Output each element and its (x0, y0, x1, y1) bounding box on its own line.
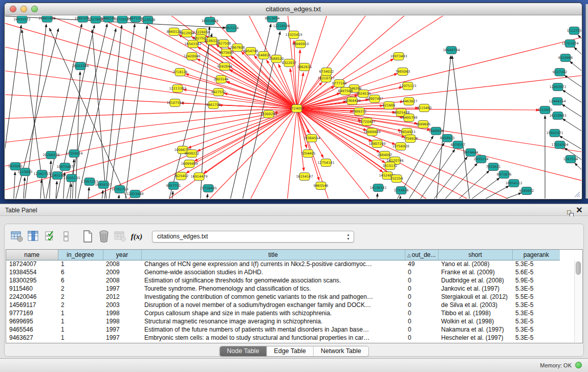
network-node[interactable]: 9115460 (417, 104, 432, 112)
table-cell[interactable]: Investigating the contribution of common… (141, 293, 405, 301)
table-cell[interactable]: 5.5E-5 (512, 293, 560, 301)
table-selector-dropdown[interactable]: citations_edges.txt ▲▼ (152, 231, 354, 243)
table-row[interactable]: 911546021997Tourette syndrome. Phenomeno… (6, 285, 560, 293)
table-cell[interactable]: 0 (405, 301, 438, 309)
network-node[interactable]: 15716485 (200, 185, 216, 192)
table-cell[interactable]: Structural magnetic resonance image aver… (141, 317, 405, 325)
table-cell[interactable]: Changes of HCN gene expression and I(f) … (141, 260, 405, 268)
table-cell[interactable]: 19384554 (6, 268, 58, 276)
table-cell[interactable]: Hescheler et al. (1997) (438, 334, 512, 342)
table-cell[interactable]: 0 (405, 334, 438, 342)
table-cell[interactable]: Embryonic stem cells: a model to study s… (141, 334, 405, 342)
column-header-year[interactable]: year (103, 250, 141, 260)
table-cell[interactable]: Dudbridge et al. (2008) (438, 276, 512, 285)
table-cell[interactable]: 9699695 (6, 317, 58, 325)
column-header-short[interactable]: short (438, 250, 512, 260)
network-node[interactable]: 12444154 (549, 98, 565, 105)
table-row[interactable]: 946554611997Estimation of the future num… (6, 325, 560, 334)
table-cell[interactable]: 9777169 (6, 309, 58, 317)
network-node[interactable]: 8215953 (538, 106, 553, 114)
table-cell[interactable]: 2 (58, 301, 103, 309)
network-node[interactable]: 12754141 (317, 159, 334, 167)
network-node[interactable]: 20206536 (42, 151, 59, 159)
network-node[interactable]: 10975487 (56, 163, 73, 171)
network-node[interactable]: 8813054 (265, 16, 280, 23)
network-canvas[interactable]: 8660128891295413226058982750316543382818… (5, 16, 581, 199)
table-row[interactable]: 946362711997Embryonic stem cells: a mode… (6, 334, 560, 342)
network-node[interactable]: 10688609 (363, 128, 380, 136)
column-header-out_de[interactable]: △out_de... (405, 250, 438, 260)
network-window-titlebar[interactable]: citations_edges.txt (5, 3, 582, 15)
table-cell[interactable]: 18724007 (6, 260, 58, 268)
column-header-name[interactable]: name (6, 250, 58, 260)
table-cell[interactable]: Genome-wide association studies in ADHD. (141, 268, 405, 276)
network-node[interactable]: 12923448 (126, 190, 143, 198)
network-node[interactable]: 14136141 (369, 184, 386, 192)
network-node[interactable]: 24935572 (13, 16, 30, 24)
table-settings-button[interactable] (9, 229, 25, 244)
table-cell[interactable]: Corpus callosum shape and size in male p… (141, 309, 405, 317)
network-node[interactable]: 12093872 (549, 83, 566, 91)
create-new-table-button[interactable] (79, 229, 96, 244)
tab-node-table[interactable]: Node Table (220, 346, 266, 356)
network-node[interactable]: 13505135 (63, 174, 80, 182)
table-cell[interactable]: 6 (58, 268, 103, 276)
network-node[interactable]: 16033809 (201, 17, 218, 25)
table-cell[interactable]: 1998 (103, 317, 141, 325)
table-cell[interactable]: 0 (405, 317, 438, 325)
table-cell[interactable]: 5.3E-5 (512, 301, 560, 309)
table-cell[interactable]: 1 (58, 317, 103, 325)
network-node[interactable]: 16099489 (181, 160, 198, 168)
close-panel-button[interactable]: ✕ (575, 206, 584, 214)
network-node[interactable]: 16154147 (296, 173, 313, 181)
network-node[interactable]: 20691406 (38, 16, 55, 23)
table-row[interactable]: 1938455462009Genome-wide association stu… (6, 268, 560, 276)
network-node[interactable]: 7857224 (224, 25, 239, 32)
network-node[interactable]: 20364436 (343, 97, 360, 105)
table-vertical-scrollbar[interactable] (574, 260, 582, 342)
table-cell[interactable]: Stergiakouli et al. (2012) (438, 293, 512, 301)
table-row[interactable]: 977716911998Corpus callosum shape and si… (6, 309, 560, 317)
table-cell[interactable]: 5.3E-5 (512, 317, 560, 325)
table-cell[interactable]: 2 (58, 285, 103, 293)
table-cell[interactable]: 6 (58, 276, 103, 285)
network-node[interactable]: 8322037 (282, 59, 297, 67)
table-cell[interactable]: 2009 (103, 268, 141, 276)
table-row[interactable]: 969969511998Structural magnetic resonanc… (6, 317, 560, 325)
table-cell[interactable]: 5.3E-5 (512, 260, 560, 268)
table-cell[interactable]: Wolkin et al. (1998) (438, 317, 512, 325)
network-node[interactable]: 10807487 (366, 95, 383, 103)
network-node[interactable]: 2718126 (173, 69, 188, 76)
network-node[interactable]: 18107554 (166, 99, 183, 107)
table-cell[interactable]: Tibbo et al. (1998) (438, 309, 512, 317)
unselect-rows-button[interactable] (58, 229, 74, 244)
network-node[interactable]: 19756928 (392, 143, 409, 150)
table-cell[interactable]: 0 (405, 285, 438, 293)
table-cell[interactable]: 5.3E-5 (512, 309, 560, 317)
network-node[interactable]: 6734022 (319, 68, 334, 76)
network-node[interactable]: 9227342 (553, 69, 568, 76)
table-cell[interactable]: 0 (405, 268, 438, 276)
table-row[interactable]: 1830029562008Estimation of significance … (6, 276, 560, 285)
table-cell[interactable]: 5.3E-5 (512, 334, 560, 342)
table-cell[interactable]: 1998 (103, 309, 141, 317)
network-node[interactable]: 10654112 (505, 180, 522, 187)
table-cell[interactable]: 22420046 (6, 293, 58, 301)
network-node[interactable]: 8958923 (440, 135, 455, 142)
network-node[interactable]: 9329966 (558, 54, 573, 62)
network-node[interactable]: 9242844 (217, 63, 232, 71)
network-node[interactable]: 252254 (390, 175, 403, 183)
network-node[interactable]: 1733426 (394, 187, 409, 194)
table-cell[interactable]: 1 (58, 260, 103, 268)
scrollbar-thumb[interactable] (576, 261, 581, 275)
table-cell[interactable]: 2012 (103, 293, 141, 301)
table-cell[interactable]: 2008 (103, 260, 141, 268)
network-node[interactable]: 12213383 (169, 85, 186, 93)
network-node[interactable]: 9474444 (464, 149, 478, 157)
table-row[interactable]: 1456911722003Disruption of a novel membe… (6, 301, 560, 309)
table-cell[interactable]: 14569117 (6, 301, 58, 309)
table-cell[interactable]: 5.3E-5 (512, 285, 560, 293)
table-cell[interactable]: 5.3E-5 (512, 325, 560, 334)
network-node[interactable]: 15751074 (561, 40, 578, 48)
network-node[interactable]: 7485063 (396, 68, 410, 76)
